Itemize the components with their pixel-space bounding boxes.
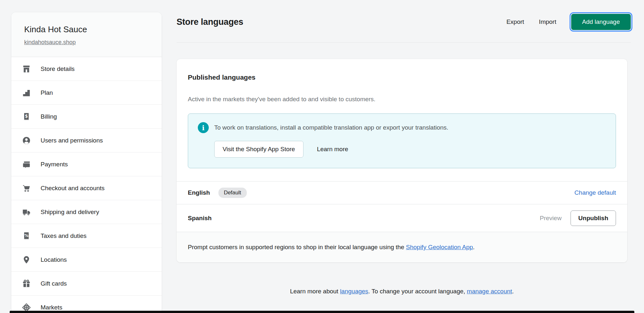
language-list: English Default Change default Spanish P… <box>177 181 627 232</box>
settings-sidebar: Kinda Hot Sauce kindahotsauce.shop Store… <box>11 12 162 313</box>
visit-app-store-button[interactable]: Visit the Shopify App Store <box>214 141 303 158</box>
sidebar-item-label: Payments <box>41 161 68 168</box>
footer-note-text: Learn more about <box>290 288 340 295</box>
footer-text-suffix: . <box>473 244 475 250</box>
cart-icon <box>22 184 31 193</box>
language-row-spanish: Spanish Preview Unpublish <box>177 204 627 232</box>
truck-icon <box>22 208 31 217</box>
card-title: Published languages <box>188 73 616 82</box>
unpublish-button[interactable]: Unpublish <box>571 210 616 226</box>
users-icon <box>22 136 31 145</box>
sidebar-item-label: Users and permissions <box>41 137 103 144</box>
location-pin-icon <box>22 255 31 264</box>
card-head: Published languages Active in the market… <box>177 59 627 103</box>
sidebar-item-label: Locations <box>41 256 67 263</box>
page-footer-note: Learn more about languages. To change yo… <box>177 288 627 295</box>
preview-button[interactable]: Preview <box>540 215 562 222</box>
sidebar-item-billing[interactable]: $ Billing <box>11 105 162 129</box>
sidebar-item-label: Billing <box>41 113 57 120</box>
sidebar-item-label: Gift cards <box>41 280 67 287</box>
svg-text:$: $ <box>25 114 28 119</box>
sidebar-item-locations[interactable]: Locations <box>11 248 162 272</box>
sidebar-item-users-and-permissions[interactable]: Users and permissions <box>11 129 162 152</box>
svg-text:%: % <box>24 233 29 238</box>
sidebar-item-plan[interactable]: Plan <box>11 81 162 105</box>
language-name: Spanish <box>188 215 212 222</box>
card-subtitle: Active in the markets they've been added… <box>188 95 616 103</box>
sidebar-item-payments[interactable]: Payments <box>11 152 162 176</box>
page-header: Store languages Export Import Add langua… <box>177 13 631 31</box>
sidebar-item-shipping-and-delivery[interactable]: Shipping and delivery <box>11 200 162 224</box>
card-footer: Prompt customers in supported regions to… <box>177 232 627 262</box>
geolocation-app-link[interactable]: Shopify Geolocation App <box>406 244 473 250</box>
plan-icon <box>22 88 31 97</box>
sidebar-item-taxes-and-duties[interactable]: % Taxes and duties <box>11 224 162 248</box>
language-row-english: English Default Change default <box>177 181 627 204</box>
sidebar-item-label: Shipping and delivery <box>41 209 99 216</box>
footer-note-text: . To change your account language, <box>368 288 467 295</box>
billing-icon: $ <box>22 112 31 121</box>
published-languages-card: Published languages Active in the market… <box>177 59 627 262</box>
sidebar-item-label: Markets <box>41 304 62 311</box>
change-default-link[interactable]: Change default <box>574 189 616 196</box>
sidebar-item-label: Store details <box>41 65 75 73</box>
sidebar-item-markets[interactable]: Markets <box>11 296 162 313</box>
storefront-icon <box>22 64 31 73</box>
sidebar-item-store-details[interactable]: Store details <box>11 57 162 81</box>
store-domain-link[interactable]: kindahotsauce.shop <box>24 39 76 46</box>
banner-message: To work on translations, install a compa… <box>214 122 448 133</box>
store-name: Kinda Hot Sauce <box>24 24 149 34</box>
learn-more-button[interactable]: Learn more <box>317 146 348 153</box>
manage-account-link[interactable]: manage account <box>467 288 512 295</box>
tax-receipt-icon: % <box>22 231 31 240</box>
sidebar-item-gift-cards[interactable]: Gift cards <box>11 272 162 296</box>
export-button[interactable]: Export <box>506 18 524 25</box>
store-header: Kinda Hot Sauce kindahotsauce.shop <box>11 12 162 57</box>
info-icon: i <box>198 122 209 133</box>
language-name: English <box>188 189 210 196</box>
sidebar-item-label: Taxes and duties <box>41 232 87 240</box>
footer-note-text: . <box>512 288 514 295</box>
sidebar-item-label: Checkout and accounts <box>41 185 105 192</box>
screenshot-frame-bottom <box>10 311 634 313</box>
payments-icon <box>22 160 31 169</box>
banner-actions: Visit the Shopify App Store Learn more <box>214 141 606 158</box>
header-divider <box>177 42 631 43</box>
default-badge: Default <box>218 188 247 198</box>
page-title: Store languages <box>177 17 243 27</box>
sidebar-item-checkout-and-accounts[interactable]: Checkout and accounts <box>11 176 162 200</box>
import-button[interactable]: Import <box>539 18 556 25</box>
header-actions: Export Import Add language <box>506 14 631 30</box>
sidebar-item-label: Plan <box>41 89 53 96</box>
footer-text: Prompt customers in supported regions to… <box>188 244 406 250</box>
add-language-button[interactable]: Add language <box>571 14 631 30</box>
gift-icon <box>22 279 31 288</box>
info-banner: i To work on translations, install a com… <box>188 113 616 168</box>
languages-link[interactable]: languages <box>340 288 368 295</box>
